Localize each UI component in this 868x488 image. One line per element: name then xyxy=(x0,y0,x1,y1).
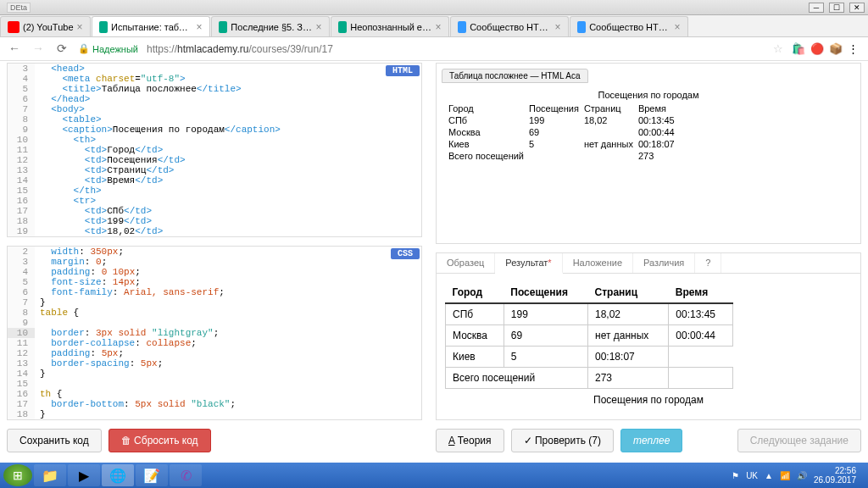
code-line[interactable]: 5 <title>Таблица посложнее</title> xyxy=(8,84,421,94)
back-button[interactable]: ← xyxy=(7,42,22,57)
css-badge: CSS xyxy=(391,248,420,259)
code-line[interactable]: 12 <td>Посещения</td> xyxy=(8,155,421,165)
close-button[interactable]: ✕ xyxy=(849,3,865,13)
browser-tab[interactable]: Сообщество HTML Aca...× xyxy=(570,16,688,36)
minimize-button[interactable]: ─ xyxy=(809,3,824,13)
code-line[interactable]: 7 <body> xyxy=(8,104,421,114)
result-tab[interactable]: Различия xyxy=(633,253,695,273)
editors-column: HTML 3 <head>4 <meta charset="utf-8">5 <… xyxy=(7,63,422,461)
browser-tab[interactable]: Последние §5. Знаком...× xyxy=(211,16,330,36)
tray-flag-icon[interactable]: ⚑ xyxy=(732,471,739,480)
code-line[interactable]: 9 xyxy=(8,318,421,328)
browser-tab[interactable]: (2) YouTube× xyxy=(0,16,91,36)
code-line[interactable]: 15 </th> xyxy=(8,186,421,196)
code-line[interactable]: 9 <caption>Посещения по городам</caption… xyxy=(8,125,421,135)
code-line[interactable]: 2 width: 350px; xyxy=(8,247,421,257)
result-tab[interactable]: Наложение xyxy=(563,253,633,273)
secure-indicator: 🔒 Надежный xyxy=(78,43,138,54)
taskbar-notes-icon[interactable]: 📝 xyxy=(136,464,168,486)
close-tab-icon[interactable]: × xyxy=(77,21,83,33)
css-editor[interactable]: CSS 2 width: 350px;3 margin: 0;4 padding… xyxy=(7,246,422,420)
html-editor[interactable]: HTML 3 <head>4 <meta charset="utf-8">5 <… xyxy=(7,63,422,237)
code-line[interactable]: 18} xyxy=(8,409,421,419)
tray-sound-icon[interactable]: 🔊 xyxy=(797,471,807,480)
code-line[interactable]: 4 padding: 0 10px; xyxy=(8,267,421,277)
code-line[interactable]: 13 <td>Страниц</td> xyxy=(8,165,421,175)
favicon-icon xyxy=(338,21,348,33)
start-button[interactable]: ⊞ xyxy=(3,464,32,486)
code-line[interactable]: 5 font-size: 14px; xyxy=(8,277,421,287)
url-text[interactable]: https://htmlacademy.ru/courses/39/run/17 xyxy=(147,43,333,55)
warmer-button[interactable]: теплее xyxy=(620,429,682,452)
result-tab[interactable]: Образец xyxy=(437,253,495,273)
taskbar-explorer-icon[interactable]: 📁 xyxy=(34,464,66,486)
forward-button[interactable]: → xyxy=(31,42,46,57)
browser-tabs: (2) YouTube×Испытание: таблица по...×Пос… xyxy=(0,15,868,37)
code-line[interactable]: 8 <table> xyxy=(8,114,421,125)
theory-button[interactable]: A Теория xyxy=(436,429,504,452)
browser-tab[interactable]: Неопознанный енот (id...× xyxy=(331,16,449,36)
code-line[interactable]: 14 <td>Время</td> xyxy=(8,175,421,186)
preview-column: Таблица посложнее — HTML Aca Посещения п… xyxy=(436,63,861,461)
ext-icon-2[interactable]: 🔴 xyxy=(810,42,824,56)
close-tab-icon[interactable]: × xyxy=(197,21,203,33)
menu-icon[interactable]: ⋮ xyxy=(848,42,861,56)
result-panel: ОбразецРезультат*НаложениеРазличия? Горо… xyxy=(436,252,861,420)
reload-button[interactable]: ⟳ xyxy=(54,42,70,57)
lock-icon: 🔒 xyxy=(78,43,90,54)
result-body: ГородПосещенияСтраницВремяСПб19918,0200:… xyxy=(437,274,860,419)
code-line[interactable]: 4 <meta charset="utf-8"> xyxy=(8,74,421,84)
browser-tab[interactable]: Испытание: таблица по...× xyxy=(92,16,210,36)
ext-icon-1[interactable]: 🛍️ xyxy=(792,42,805,56)
code-line[interactable]: 3 <head> xyxy=(8,64,421,74)
taskbar-chrome-icon[interactable]: 🌐 xyxy=(102,464,134,486)
tray-network-icon[interactable]: 📶 xyxy=(780,471,790,480)
close-tab-icon[interactable]: × xyxy=(436,21,442,33)
close-tab-icon[interactable]: × xyxy=(316,21,322,33)
html-badge: HTML xyxy=(386,65,420,76)
code-line[interactable]: 15 xyxy=(8,379,421,389)
result-tab[interactable]: Результат* xyxy=(495,253,562,274)
browser-tab[interactable]: Сообщество HTML Aca...× xyxy=(450,16,569,36)
taskbar-media-icon[interactable]: ▶ xyxy=(68,464,100,486)
save-button[interactable]: Сохранить код xyxy=(7,429,102,452)
result-table: ГородПосещенияСтраницВремяСПб19918,0200:… xyxy=(445,282,733,389)
code-line[interactable]: 6 </head> xyxy=(8,94,421,104)
result-tabs: ОбразецРезультат*НаложениеРазличия? xyxy=(437,253,860,274)
tray-clock[interactable]: 22:56 26.09.2017 xyxy=(814,466,856,485)
ext-icon-3[interactable]: 📦 xyxy=(829,42,843,56)
code-line[interactable]: 13 border-spacing: 5px; xyxy=(8,358,421,369)
code-line[interactable]: 17 border-bottom: 5px solid "black"; xyxy=(8,399,421,409)
code-line[interactable]: 20 <td>00:13:45</td> xyxy=(8,236,421,237)
address-bar: ← → ⟳ 🔒 Надежный https://htmlacademy.ru/… xyxy=(0,37,868,61)
code-line[interactable]: 6 font-family: Arial, sans-serif; xyxy=(8,287,421,297)
window-titlebar: DEta ─ ☐ ✕ xyxy=(0,0,868,15)
code-line[interactable]: 16th { xyxy=(8,389,421,399)
code-line[interactable]: 19capation { xyxy=(8,419,421,420)
code-line[interactable]: 19 <td>18,02</td> xyxy=(8,226,421,236)
next-button[interactable]: Следующее задание xyxy=(737,429,861,452)
close-tab-icon[interactable]: × xyxy=(675,21,681,33)
code-line[interactable]: 11 <td>Город</td> xyxy=(8,145,421,155)
code-line[interactable]: 10 <th> xyxy=(8,135,421,145)
code-line[interactable]: 18 <td>199</td> xyxy=(8,216,421,226)
tray-chevron-icon[interactable]: ▲ xyxy=(765,471,773,480)
check-button[interactable]: ✓ Проверить (7) xyxy=(511,429,614,452)
code-line[interactable]: 11 border-collapse: collapse; xyxy=(8,338,421,348)
code-line[interactable]: 14} xyxy=(8,369,421,379)
code-line[interactable]: 7} xyxy=(8,297,421,308)
close-tab-icon[interactable]: × xyxy=(555,21,561,33)
tray-lang[interactable]: UK xyxy=(746,471,758,480)
code-line[interactable]: 10 border: 3px solid "lightgray"; xyxy=(8,328,421,338)
reset-button[interactable]: 🗑 Сбросить код xyxy=(108,429,211,452)
maximize-button[interactable]: ☐ xyxy=(829,3,844,13)
code-line[interactable]: 3 margin: 0; xyxy=(8,257,421,267)
taskbar-viber-icon[interactable]: ✆ xyxy=(170,464,202,486)
code-line[interactable]: 8table { xyxy=(8,308,421,318)
result-tab[interactable]: ? xyxy=(695,253,721,273)
code-line[interactable]: 12 padding: 5px; xyxy=(8,348,421,358)
star-icon[interactable]: ☆ xyxy=(773,42,787,56)
code-line[interactable]: 16 <tr> xyxy=(8,196,421,206)
favicon-icon xyxy=(99,21,108,33)
code-line[interactable]: 17 <td>СПб</td> xyxy=(8,206,421,216)
